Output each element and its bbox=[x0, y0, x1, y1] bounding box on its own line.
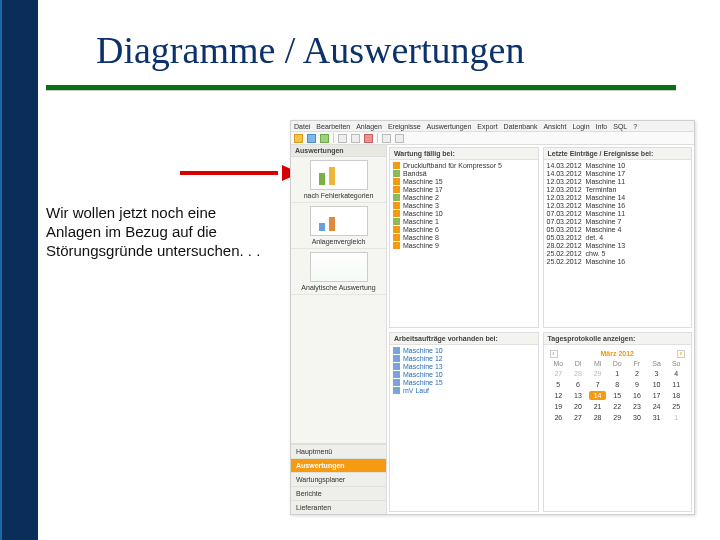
list-item[interactable]: Maschine 1 bbox=[393, 218, 535, 225]
calendar-day[interactable]: 9 bbox=[628, 380, 646, 389]
list-item[interactable]: 12.03.2012Maschine 16 bbox=[547, 202, 689, 209]
calendar-day[interactable]: 17 bbox=[648, 391, 666, 400]
menu-item[interactable]: Datenbank bbox=[504, 123, 538, 130]
menu-item[interactable]: Ereignisse bbox=[388, 123, 421, 130]
calendar-day[interactable]: 8 bbox=[608, 380, 626, 389]
list-item[interactable]: 25.02.2012chw. 5 bbox=[547, 250, 689, 257]
list-item[interactable]: Maschine 6 bbox=[393, 226, 535, 233]
toolbar-icon[interactable] bbox=[294, 134, 303, 143]
menu-item[interactable]: Info bbox=[596, 123, 608, 130]
calendar-day[interactable]: 12 bbox=[550, 391, 568, 400]
list-item[interactable]: 25.02.2012Maschine 16 bbox=[547, 258, 689, 265]
menu-item[interactable]: Anlagen bbox=[356, 123, 382, 130]
calendar-day[interactable]: 30 bbox=[628, 413, 646, 422]
calendar-day[interactable]: 24 bbox=[648, 402, 666, 411]
calendar-day[interactable]: 7 bbox=[589, 380, 607, 389]
menu-item[interactable]: ? bbox=[633, 123, 637, 130]
toolbar-icon[interactable] bbox=[364, 134, 373, 143]
list-item[interactable]: 12.03.2012Terminfan bbox=[547, 186, 689, 193]
list-item[interactable]: 12.03.2012Maschine 11 bbox=[547, 178, 689, 185]
calendar-day[interactable]: 22 bbox=[608, 402, 626, 411]
sidebar-block[interactable]: Analytische Auswertung bbox=[291, 249, 386, 295]
calendar-day-muted[interactable]: 28 bbox=[569, 369, 587, 378]
app-menu-bar[interactable]: DateiBearbeitenAnlagenEreignisseAuswertu… bbox=[291, 121, 694, 132]
menu-item[interactable]: Bearbeiten bbox=[316, 123, 350, 130]
calendar-day[interactable]: 15 bbox=[608, 391, 626, 400]
calendar-day[interactable]: 28 bbox=[589, 413, 607, 422]
list-item[interactable]: Maschine 10 bbox=[393, 347, 535, 354]
calendar-day-muted[interactable]: 29 bbox=[589, 369, 607, 378]
calendar-day[interactable]: 1 bbox=[608, 369, 626, 378]
list-item[interactable]: 14.03.2012Maschine 17 bbox=[547, 170, 689, 177]
list-item[interactable]: Maschine 10 bbox=[393, 210, 535, 217]
list-item[interactable]: Druckluftband für Kompressor 5 bbox=[393, 162, 535, 169]
sidebar-nav-item[interactable]: Lieferanten bbox=[291, 500, 386, 514]
list-item[interactable]: Maschine 12 bbox=[393, 355, 535, 362]
list-item[interactable]: Maschine 3 bbox=[393, 202, 535, 209]
list-item[interactable]: Maschine 17 bbox=[393, 186, 535, 193]
menu-item[interactable]: Login bbox=[572, 123, 589, 130]
app-toolbar[interactable] bbox=[291, 132, 694, 145]
calendar-day[interactable]: 13 bbox=[569, 391, 587, 400]
calendar-day[interactable]: 23 bbox=[628, 402, 646, 411]
list-item[interactable]: 05.03.2012det. 4 bbox=[547, 234, 689, 241]
sidebar-nav-item[interactable]: Wartungsplaner bbox=[291, 472, 386, 486]
calendar-day[interactable]: 6 bbox=[569, 380, 587, 389]
list-item[interactable]: Maschine 8 bbox=[393, 234, 535, 241]
calendar-day[interactable]: 21 bbox=[589, 402, 607, 411]
calendar-day[interactable]: 27 bbox=[569, 413, 587, 422]
menu-item[interactable]: Export bbox=[477, 123, 497, 130]
list-item[interactable]: Maschine 15 bbox=[393, 178, 535, 185]
list-item[interactable]: 12.03.2012Maschine 14 bbox=[547, 194, 689, 201]
calendar-day[interactable]: 2 bbox=[628, 369, 646, 378]
calendar-day[interactable]: 29 bbox=[608, 413, 626, 422]
list-item[interactable]: Maschine 9 bbox=[393, 242, 535, 249]
calendar-day[interactable]: 18 bbox=[667, 391, 685, 400]
toolbar-icon[interactable] bbox=[351, 134, 360, 143]
calendar-day[interactable]: 16 bbox=[628, 391, 646, 400]
list-item[interactable]: Maschine 13 bbox=[393, 363, 535, 370]
calendar-day[interactable]: 25 bbox=[667, 402, 685, 411]
calendar-day[interactable]: 3 bbox=[648, 369, 666, 378]
toolbar-icon[interactable] bbox=[338, 134, 347, 143]
list-item[interactable]: Maschine 2 bbox=[393, 194, 535, 201]
toolbar-icon[interactable] bbox=[320, 134, 329, 143]
list-item[interactable]: 28.02.2012Maschine 13 bbox=[547, 242, 689, 249]
calendar-day[interactable]: 4 bbox=[667, 369, 685, 378]
calendar-day-muted[interactable]: 27 bbox=[550, 369, 568, 378]
menu-item[interactable]: Ansicht bbox=[543, 123, 566, 130]
list-item[interactable]: Maschine 15 bbox=[393, 379, 535, 386]
calendar-widget[interactable]: ‹ März 2012 › MoDiMiDoFrSaSo272829123456… bbox=[547, 347, 689, 425]
calendar-day[interactable]: 5 bbox=[550, 380, 568, 389]
list-item[interactable]: Maschine 10 bbox=[393, 371, 535, 378]
sidebar-nav-item[interactable]: Berichte bbox=[291, 486, 386, 500]
sidebar-nav-item[interactable]: Auswertungen bbox=[291, 458, 386, 472]
menu-item[interactable]: SQL bbox=[613, 123, 627, 130]
calendar-day-muted[interactable]: 1 bbox=[667, 413, 685, 422]
menu-item[interactable]: Auswertungen bbox=[427, 123, 472, 130]
list-item[interactable]: 07.03.2012Maschine 11 bbox=[547, 210, 689, 217]
calendar-day[interactable]: 10 bbox=[648, 380, 666, 389]
list-item[interactable]: mV Lauf bbox=[393, 387, 535, 394]
event-timestamp: 12.03.2012 bbox=[547, 186, 582, 193]
sidebar-block[interactable]: Anlagenvergleich bbox=[291, 203, 386, 249]
sidebar-block[interactable]: nach Fehlerkategorien bbox=[291, 157, 386, 203]
calendar-day[interactable]: 11 bbox=[667, 380, 685, 389]
list-item-label: Maschine 10 bbox=[403, 210, 443, 217]
list-item[interactable]: Bandsä bbox=[393, 170, 535, 177]
menu-item[interactable]: Datei bbox=[294, 123, 310, 130]
toolbar-icon[interactable] bbox=[395, 134, 404, 143]
calendar-day[interactable]: 31 bbox=[648, 413, 666, 422]
calendar-prev-icon[interactable]: ‹ bbox=[550, 350, 558, 358]
calendar-day[interactable]: 19 bbox=[550, 402, 568, 411]
list-item[interactable]: 05.03.2012Maschine 4 bbox=[547, 226, 689, 233]
calendar-day[interactable]: 26 bbox=[550, 413, 568, 422]
list-item[interactable]: 14.03.2012Maschine 10 bbox=[547, 162, 689, 169]
calendar-next-icon[interactable]: › bbox=[677, 350, 685, 358]
calendar-day[interactable]: 20 bbox=[569, 402, 587, 411]
toolbar-icon[interactable] bbox=[382, 134, 391, 143]
calendar-day-today[interactable]: 14 bbox=[589, 391, 607, 400]
list-item[interactable]: 07.03.2012Maschine 7 bbox=[547, 218, 689, 225]
toolbar-icon[interactable] bbox=[307, 134, 316, 143]
sidebar-nav-item[interactable]: Hauptmenü bbox=[291, 444, 386, 458]
